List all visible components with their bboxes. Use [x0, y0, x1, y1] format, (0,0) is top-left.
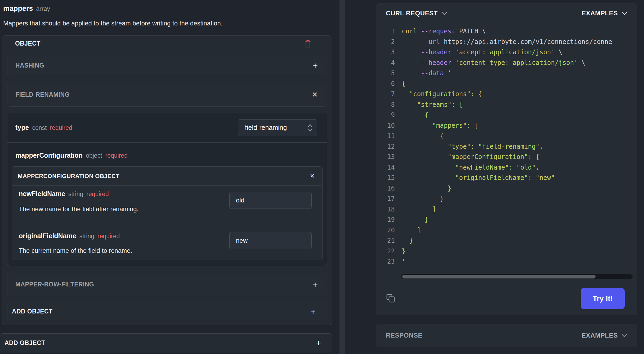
- type-field-kind: const: [32, 124, 47, 131]
- response-card: RESPONSE EXAMPLES: [376, 324, 637, 354]
- newfieldname-description: The new name for the field after renamin…: [19, 205, 138, 213]
- newfieldname-required: required: [86, 191, 109, 198]
- mapperconfiguration-kind: object: [86, 152, 102, 159]
- code-lines: 1curl --request PATCH \2 --url https://a…: [376, 26, 637, 267]
- code-line: 10 "mappers": [: [376, 121, 637, 131]
- code-line: 17 }: [376, 194, 637, 204]
- object-item-card: OBJECT HASHING + FIE: [2, 35, 332, 325]
- code-line: 19 }: [376, 215, 637, 225]
- curl-card-footer: Try It!: [376, 281, 637, 315]
- mapper-row-filtering-label: MAPPER-ROW-FILTERING: [15, 281, 94, 288]
- curl-request-card: CURL REQUEST EXAMPLES 1curl --request PA…: [376, 3, 637, 315]
- response-title: RESPONSE: [386, 332, 422, 339]
- response-card-header: RESPONSE EXAMPLES: [376, 324, 637, 347]
- mapperconfiguration-panel-title: MAPPERCONFIGURATION OBJECT: [18, 173, 119, 180]
- field-renaming-section-toggle[interactable]: FIELD-RENAMING ✕: [7, 83, 327, 107]
- trash-icon: [304, 40, 312, 48]
- schema-form-column: mappers array Mappers that should be app…: [0, 0, 339, 354]
- type-field-required: required: [50, 124, 72, 131]
- field-renaming-label: FIELD-RENAMING: [15, 91, 70, 98]
- response-card-body: [376, 347, 637, 354]
- newfieldname-name: newFieldName: [19, 190, 65, 198]
- code-line: 1curl --request PATCH \: [376, 26, 637, 37]
- originalfieldname-kind: string: [79, 233, 94, 240]
- mapperconfiguration-required: required: [105, 152, 128, 159]
- curl-examples-label: EXAMPLES: [582, 10, 618, 17]
- curl-examples-dropdown[interactable]: EXAMPLES: [582, 10, 627, 17]
- type-select[interactable]: field-renaming: [238, 119, 317, 136]
- response-examples-label: EXAMPLES: [582, 332, 618, 339]
- type-select-value: field-renaming: [245, 124, 287, 131]
- field-description: Mappers that should be applied to the st…: [3, 20, 223, 27]
- code-line: 6{: [376, 79, 637, 89]
- code-line: 21 }: [376, 236, 637, 246]
- panel-resizer[interactable]: [339, 0, 345, 354]
- hashing-section-toggle[interactable]: HASHING +: [7, 56, 327, 75]
- mapperconfiguration-panel-header: MAPPERCONFIGURATION OBJECT ✕: [12, 167, 322, 186]
- object-item-title: OBJECT: [15, 40, 41, 47]
- mapperconfiguration-panel: MAPPERCONFIGURATION OBJECT ✕ newFieldNam…: [12, 166, 323, 260]
- code-line: 15 "originalFieldName": "new": [376, 173, 637, 183]
- field-name: mappers: [3, 5, 33, 13]
- try-it-button[interactable]: Try It!: [581, 288, 625, 309]
- add-object-label: ADD OBJECT: [12, 308, 53, 315]
- curl-card-header: CURL REQUEST EXAMPLES: [376, 3, 637, 23]
- curl-request-title: CURL REQUEST: [386, 10, 438, 17]
- close-icon[interactable]: ✕: [312, 91, 318, 98]
- originalfieldname-row: originalFieldName string required The cu…: [12, 224, 322, 260]
- chevron-down-icon: [441, 12, 447, 15]
- code-line: 20 ]: [376, 225, 637, 236]
- response-examples-dropdown[interactable]: EXAMPLES: [582, 332, 627, 339]
- code-line: 2 --url https://api.airbyte.com/v1/conne…: [376, 37, 637, 47]
- object-item-header: OBJECT: [2, 36, 332, 52]
- type-field-name: type: [15, 124, 29, 131]
- newfieldname-input[interactable]: [229, 192, 312, 209]
- field-title: mappers array: [3, 5, 50, 13]
- mapperconfiguration-name: mapperConfiguration: [15, 152, 83, 159]
- code-line: 12 "type": "field-renaming",: [376, 141, 637, 152]
- originalfieldname-name: originalFieldName: [19, 232, 76, 240]
- curl-request-dropdown[interactable]: CURL REQUEST: [386, 10, 447, 17]
- code-line: 14 "newFieldName": "old",: [376, 162, 637, 173]
- code-line: 9 {: [376, 110, 637, 121]
- code-line: 8 "streams": [: [376, 100, 637, 110]
- code-line: 23': [376, 256, 637, 267]
- chevron-down-icon: [621, 334, 627, 337]
- plus-icon: +: [310, 307, 316, 316]
- mapper-row-filtering-section-toggle[interactable]: MAPPER-ROW-FILTERING +: [7, 273, 327, 296]
- code-line: 13 "mapperConfiguration": {: [376, 152, 637, 162]
- chevron-down-icon: [621, 12, 627, 15]
- hashing-label: HASHING: [15, 62, 44, 69]
- plus-icon: +: [312, 280, 318, 289]
- object-item-content: HASHING + FIELD-RENAMING ✕ type const re…: [2, 56, 332, 320]
- code-line: 3 --header 'accept: application/json' \: [376, 47, 637, 58]
- copy-button[interactable]: [385, 293, 396, 304]
- code-line: 4 --header 'content-type: application/js…: [376, 58, 637, 68]
- field-renaming-body: type const required field-renaming: [7, 113, 327, 266]
- code-line: 18 ]: [376, 204, 637, 215]
- plus-icon: +: [312, 61, 318, 70]
- plus-icon: +: [316, 338, 321, 347]
- delete-object-button[interactable]: [304, 40, 312, 48]
- newfieldname-kind: string: [68, 191, 83, 198]
- horizontal-scrollbar[interactable]: [401, 274, 633, 279]
- scrollbar-thumb[interactable]: [402, 275, 596, 278]
- close-icon[interactable]: ✕: [310, 173, 315, 179]
- newfieldname-row: newFieldName string required The new nam…: [12, 186, 322, 224]
- code-line: 11 {: [376, 131, 637, 141]
- mapperconfiguration-field-row: mapperConfiguration object required: [15, 151, 319, 160]
- originalfieldname-input[interactable]: [229, 232, 312, 249]
- code-line: 7 "configurations": {: [376, 89, 637, 100]
- originalfieldname-description: The current name of the field to rename.: [19, 247, 132, 254]
- add-object-button[interactable]: ADD OBJECT +: [7, 303, 327, 320]
- select-chevrons-icon: [307, 123, 313, 132]
- code-line: 16 }: [376, 183, 637, 194]
- add-object-outer-label: ADD OBJECT: [5, 339, 45, 347]
- code-block: 1curl --request PATCH \2 --url https://a…: [376, 23, 637, 274]
- type-field-row: type const required field-renaming: [7, 113, 327, 143]
- originalfieldname-required: required: [97, 233, 120, 240]
- code-line: 22}: [376, 246, 637, 257]
- add-object-outer-button[interactable]: ADD OBJECT +: [0, 333, 332, 352]
- copy-icon: [385, 293, 396, 304]
- code-line: 5 --data ': [376, 68, 637, 79]
